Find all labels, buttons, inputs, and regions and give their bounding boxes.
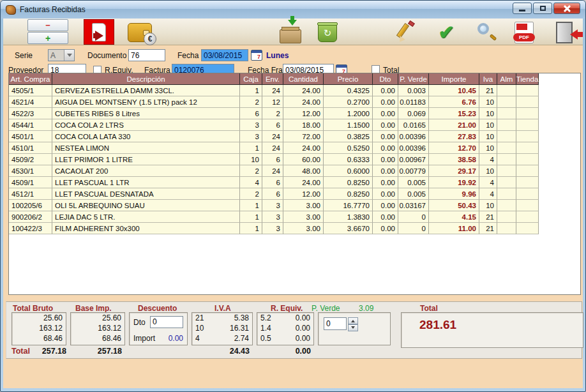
total-bruto-total: 257.18 [32, 347, 66, 356]
search-button[interactable] [476, 21, 499, 44]
table-cell: 2 [262, 108, 283, 119]
base-imp-box: 25.60163.1268.46 [70, 312, 125, 345]
maximize-icon [540, 6, 546, 11]
table-row[interactable]: 4510/1NESTEA LIMON12424.000.52500.000.00… [9, 142, 580, 154]
table-cell: 4512/1 [9, 188, 52, 200]
documento-input[interactable]: 76 [128, 49, 165, 61]
table-cell [497, 142, 516, 154]
column-header[interactable]: Tienda [516, 73, 539, 85]
table-cell: 12.00 [283, 108, 324, 119]
iva-box: 215.381016.3142.74 [192, 312, 253, 345]
column-header[interactable]: P. Verde [398, 73, 429, 85]
amount-value: 5.38 [234, 313, 249, 322]
table-cell: 10 [479, 96, 497, 108]
table-cell [497, 188, 516, 200]
table-cell [497, 211, 516, 223]
table-cell: 3 [262, 211, 283, 223]
table-cell: 0.00 [373, 96, 398, 108]
table-row[interactable]: 900206/2LEJIA DAC 5 LTR.133.001.38300.00… [9, 211, 580, 223]
pdf-icon: PDF [515, 22, 534, 43]
pdf-button[interactable]: PDF [513, 20, 536, 45]
export-document-icon [92, 23, 106, 41]
export-document-button[interactable] [84, 19, 114, 45]
column-header[interactable]: Caja [240, 73, 262, 85]
table-row[interactable]: 4501/1COCA COLA LATA 33032472.000.38250.… [9, 131, 580, 142]
table-cell: 0 [398, 211, 429, 223]
table-cell: 4522/3 [9, 108, 52, 119]
edit-button[interactable] [394, 21, 417, 44]
confirm-button[interactable]: ✔ [432, 19, 460, 45]
arrow-up-icon [351, 318, 355, 322]
table-cell: 1.2000 [324, 108, 373, 119]
close-button[interactable] [553, 3, 580, 14]
table-cell [516, 108, 539, 119]
table-cell: 48.00 [283, 165, 324, 177]
exit-door-icon [556, 22, 573, 43]
table-row[interactable]: 4521/4AIGUA DEL MONTSENY (1.5 LTR) pack … [9, 96, 580, 108]
table-row[interactable]: 4530/1CACAOLAT 20022448.000.60000.000.00… [9, 165, 580, 177]
add-line-button[interactable]: + [27, 32, 68, 44]
serie-select[interactable]: A [48, 49, 75, 61]
table-cell: 3 [240, 131, 262, 142]
table-cell: CERVEZA ESTRELLA DAMM 33CL. [52, 85, 240, 96]
table-cell [516, 223, 539, 234]
requiv-box: 5.20.001.40.000.50.00 [257, 312, 314, 345]
p-verde-box: 0 [318, 312, 391, 345]
documento-label: Documento [87, 51, 126, 60]
table-cell [497, 108, 516, 119]
table-cell: 21 [479, 223, 497, 234]
table-cell: 0.00 [373, 131, 398, 142]
column-header[interactable]: Env. [262, 73, 283, 85]
import-button[interactable] [276, 20, 304, 45]
column-header[interactable]: Cantidad [283, 73, 324, 85]
table-row[interactable]: 4509/1LLET PASCUAL 1 LTR4624.000.82500.0… [9, 177, 580, 188]
table-row[interactable]: 4505/1CERVEZA ESTRELLA DAMM 33CL.12424.0… [9, 85, 580, 96]
stepper-up-button[interactable] [348, 317, 358, 324]
table-cell: 6.76 [429, 96, 479, 108]
summary-value: 25.60 [12, 313, 66, 323]
minimize-button[interactable] [513, 3, 532, 14]
amount-value: 16.31 [230, 324, 249, 333]
table-cell: 3.6670 [324, 223, 373, 234]
table-row[interactable]: 4509/2LLET PRIMOR 1 LITRE10660.000.63330… [9, 154, 580, 165]
calendar-icon[interactable]: 7 [251, 50, 262, 61]
table-cell: 4521/4 [9, 96, 52, 108]
column-header[interactable]: Dto [373, 73, 398, 85]
remove-line-button[interactable]: − [27, 19, 68, 31]
table-cell: 24 [262, 165, 283, 177]
chevron-down-icon[interactable] [64, 50, 74, 61]
table-cell: 900206/2 [9, 211, 52, 223]
table-cell [497, 223, 516, 234]
dto-input[interactable]: 0 [150, 316, 183, 328]
amount-value: 2.74 [234, 334, 249, 343]
table-cell [497, 119, 516, 131]
table-cell: 24.00 [283, 142, 324, 154]
grand-total-box: 281.61 [401, 312, 583, 348]
table-cell: 0.00 [373, 154, 398, 165]
table-row[interactable]: 100205/6OLI 5L ARBEQUINO SUAU133.0016.77… [9, 200, 580, 211]
column-header[interactable]: Alm [497, 73, 516, 85]
p-verde-spinner-input[interactable]: 0 [324, 317, 347, 330]
summary-pair-row: 215.38 [192, 313, 252, 323]
table-cell: 11.00 [429, 223, 479, 234]
table-cell: 10 [479, 200, 497, 211]
table-row[interactable]: 4512/1LLET PASCUAL DESNATADA2612.000.825… [9, 188, 580, 200]
table-row[interactable]: 4522/3CUBETES RIBES 8 Litres6212.001.200… [9, 108, 580, 119]
stepper-down-button[interactable] [348, 324, 358, 331]
summary-pair-row: 42.74 [192, 333, 252, 343]
table-row[interactable]: 4544/1COCA COLA 2 LTRS3618.001.15000.000… [9, 119, 580, 131]
delete-button[interactable]: ↻ [315, 22, 340, 44]
table-cell: 0.00 [373, 119, 398, 131]
maximize-button[interactable] [533, 3, 552, 14]
column-header[interactable]: Iva [479, 73, 497, 85]
column-header[interactable]: Descripción [52, 73, 240, 85]
fecha-input[interactable]: 03/08/2015 [201, 49, 248, 61]
table-cell: OLI 5L ARBEQUINO SUAU [52, 200, 240, 211]
column-header[interactable]: Importe [429, 73, 479, 85]
table-cell: 50.43 [429, 200, 479, 211]
column-header[interactable]: Precio [324, 73, 373, 85]
exit-button[interactable] [551, 20, 578, 45]
column-header[interactable]: Art. Compra [9, 73, 52, 85]
table-row[interactable]: 100422/3FILM ADHERENT 30x300133.003.6670… [9, 223, 580, 234]
payments-button[interactable]: € [124, 21, 155, 44]
